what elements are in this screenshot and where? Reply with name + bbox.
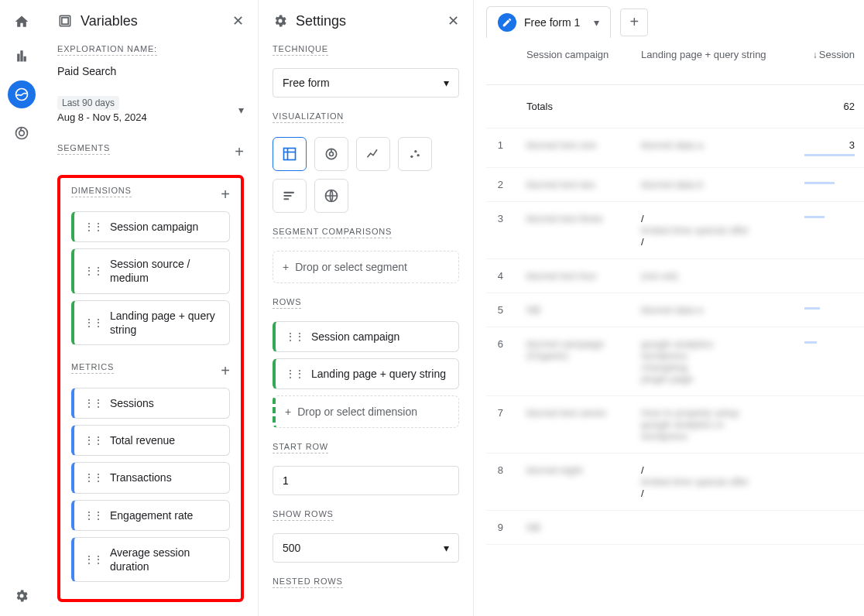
totals-label: Totals [517,84,632,128]
metric-chip[interactable]: ⋮⋮ Average session duration [71,537,230,582]
table-row[interactable]: 9 NB [486,510,864,544]
settings-panel: Settings ✕ TECHNIQUE Free form ▾ VISUALI… [259,0,474,616]
close-settings-button[interactable]: ✕ [447,12,459,29]
viz-line-button[interactable] [356,137,390,171]
chevron-down-icon: ▾ [444,77,449,89]
svg-point-11 [410,156,413,158]
table-row[interactable]: 3 blurred text three /limited time speci… [486,201,864,258]
variables-title: Variables [81,13,225,29]
svg-point-12 [414,150,417,152]
show-rows-select[interactable]: 500 ▾ [273,533,459,563]
row-chip[interactable]: ⋮⋮ Session campaign [273,321,459,352]
date-range-picker[interactable]: Last 90 days Aug 8 - Nov 5, 2024 ▾ [57,91,244,128]
add-tab-button[interactable]: + [620,9,648,36]
explore-icon[interactable] [8,80,36,108]
dimensions-metrics-highlight: DIMENSIONS + ⋮⋮ Session campaign ⋮⋮ Sess… [57,175,244,602]
drag-handle-icon: ⋮⋮ [84,265,102,277]
dimension-chip[interactable]: ⋮⋮ Session source / medium [71,248,230,293]
reports-icon[interactable] [12,46,31,65]
visualization-label: VISUALIZATION [273,111,344,123]
date-preset: Last 90 days [57,96,119,110]
rows-label: ROWS [273,297,301,309]
metric-chip[interactable]: ⋮⋮ Transactions [71,462,230,493]
metric-chip[interactable]: ⋮⋮ Engagement rate [71,500,230,531]
table-row[interactable]: 6 blurred campaign(Organic) google analy… [486,327,864,395]
nested-rows-label: NESTED ROWS [273,577,343,588]
svg-point-9 [330,152,334,156]
variables-panel: Variables ✕ EXPLORATION NAME: Paid Searc… [43,0,259,616]
drag-handle-icon: ⋮⋮ [84,221,102,233]
svg-rect-5 [284,149,296,160]
metric-chip[interactable]: ⋮⋮ Sessions [71,388,230,419]
add-metric-button[interactable]: + [221,362,230,380]
table-row[interactable]: 1 blurred text one blurred data a 3 [486,128,864,167]
viz-donut-button[interactable] [314,137,348,171]
date-range-text: Aug 8 - Nov 5, 2024 [57,111,147,123]
chevron-down-icon: ▾ [238,104,244,116]
advertising-icon[interactable] [12,124,31,142]
settings-title: Settings [296,13,440,29]
sort-arrow-icon: ↓ [813,50,818,60]
metric-chip[interactable]: ⋮⋮ Total revenue [71,425,230,456]
drag-handle-icon: ⋮⋮ [84,471,102,484]
table-row[interactable]: 2 blurred text two blurred data b [486,167,864,201]
data-table: Session campaign Landing page + query st… [486,38,864,545]
table-row[interactable]: 8 blurred eight /limited time special of… [486,453,864,510]
main-content: Free form 1 ▾ + Session campaign Landing… [474,0,864,616]
drag-handle-icon: ⋮⋮ [285,368,303,380]
svg-point-13 [417,154,420,156]
drag-handle-icon: ⋮⋮ [84,397,102,409]
table-row[interactable]: 5 NB blurred data e [486,293,864,327]
drag-handle-icon: ⋮⋮ [84,434,102,447]
table-row[interactable]: 4 blurred text four (not set) [486,258,864,293]
plus-icon: + [283,261,289,273]
show-rows-label: SHOW ROWS [273,509,334,521]
drop-segment-zone[interactable]: + Drop or select segment [273,251,459,283]
dimension-chip[interactable]: ⋮⋮ Landing page + query string [71,300,230,345]
svg-rect-4 [62,18,68,24]
dimensions-label: DIMENSIONS [71,186,132,197]
admin-gear-icon[interactable] [12,587,31,605]
home-icon[interactable] [12,12,31,31]
tab-label: Free form 1 [524,16,580,29]
chevron-down-icon: ▾ [594,16,599,29]
start-row-input[interactable] [273,466,459,495]
dimension-chip[interactable]: ⋮⋮ Session campaign [71,211,230,242]
viz-geo-button[interactable] [314,179,348,213]
col-landing-page[interactable]: Landing page + query string [632,38,795,84]
nav-rail [0,0,43,616]
exploration-name-label: EXPLORATION NAME: [57,44,157,56]
row-chip[interactable]: ⋮⋮ Landing page + query string [273,358,459,389]
start-row-label: START ROW [273,442,328,453]
totals-value: 62 [795,84,864,128]
viz-bar-button[interactable] [273,179,307,213]
segment-comparisons-label: SEGMENT COMPARISONS [273,227,392,238]
drag-handle-icon: ⋮⋮ [84,317,102,329]
technique-label: TECHNIQUE [273,44,328,56]
drag-handle-icon: ⋮⋮ [285,330,303,343]
add-segment-button[interactable]: + [235,143,244,161]
pencil-icon [498,13,516,32]
plus-icon: + [285,406,291,418]
drag-handle-icon: ⋮⋮ [84,509,102,522]
exploration-name-input[interactable]: Paid Search [57,65,244,77]
gear-icon [273,13,288,29]
technique-select[interactable]: Free form ▾ [273,68,459,98]
viz-table-button[interactable] [273,137,307,171]
col-session-campaign[interactable]: Session campaign [517,38,632,84]
drag-handle-icon: ⋮⋮ [84,553,102,566]
tab-free-form[interactable]: Free form 1 ▾ [486,6,611,38]
segments-label: SEGMENTS [57,143,110,155]
svg-point-1 [16,128,28,139]
table-row[interactable]: 7 blurred text seven How to properly set… [486,395,864,453]
variables-icon [57,13,73,29]
metrics-label: METRICS [71,362,114,374]
col-sessions[interactable]: ↓Session [795,38,864,84]
drop-dimension-zone[interactable]: + Drop or select dimension [273,395,459,428]
close-variables-button[interactable]: ✕ [232,12,244,29]
chevron-down-icon: ▾ [444,542,449,554]
svg-point-2 [19,131,25,136]
add-dimension-button[interactable]: + [221,186,230,204]
viz-scatter-button[interactable] [398,137,432,171]
